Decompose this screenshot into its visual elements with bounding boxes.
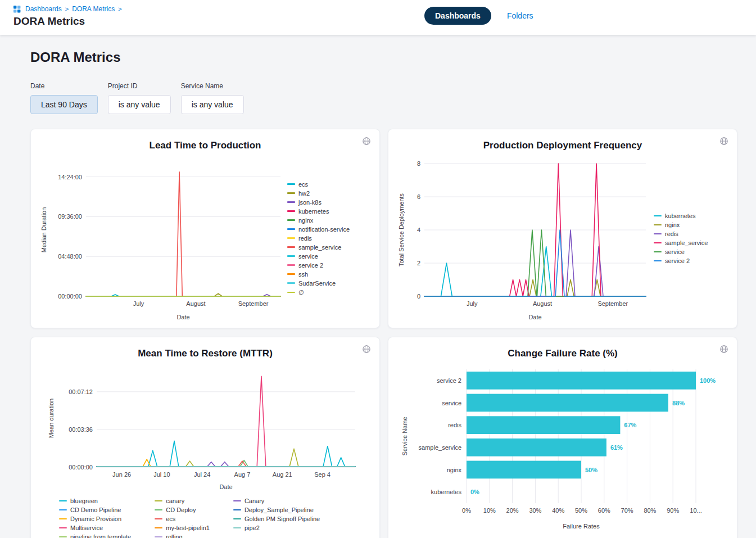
- legend-item[interactable]: ecs: [287, 181, 350, 188]
- svg-text:40%: 40%: [552, 507, 564, 514]
- legend-item[interactable]: ∅: [287, 289, 350, 296]
- legend-item[interactable]: service: [287, 253, 350, 260]
- legend-item[interactable]: Canary: [233, 498, 320, 504]
- legend-item[interactable]: redis: [654, 230, 708, 237]
- legend-item[interactable]: kubernetes: [654, 213, 708, 219]
- legend-item[interactable]: Golden PM Signoff Pipeline: [233, 516, 320, 522]
- svg-text:10...: 10...: [690, 507, 701, 514]
- legend-label: notification-service: [298, 226, 350, 233]
- filter-project-id-label: Project ID: [108, 82, 171, 90]
- legend-item[interactable]: Dynamic Provision: [59, 516, 131, 522]
- mttr-chart-plot[interactable]: 00:00:0000:03:3600:07:12Jun 26Jul 10Jul …: [47, 363, 363, 492]
- legend-label: pipe2: [245, 525, 260, 531]
- tab-dashboards[interactable]: Dashboards: [424, 7, 491, 25]
- legend-label: ecs: [298, 181, 308, 188]
- breadcrumb-link-dora-metrics[interactable]: DORA Metrics: [72, 5, 115, 13]
- legend-swatch: [287, 264, 295, 266]
- legend-item[interactable]: SudarService: [287, 280, 350, 287]
- legend-swatch: [654, 215, 662, 217]
- legend-swatch: [155, 518, 162, 520]
- legend-swatch: [287, 282, 295, 284]
- filter-service-name-label: Service Name: [181, 82, 244, 90]
- legend-item[interactable]: pipeline from template: [59, 534, 131, 538]
- legend-swatch: [287, 183, 295, 185]
- svg-text:70%: 70%: [621, 507, 633, 514]
- legend-item[interactable]: pipe2: [233, 525, 320, 531]
- svg-text:00:07:12: 00:07:12: [69, 388, 93, 395]
- legend-label: my-test-pipelin1: [166, 525, 210, 531]
- svg-text:90%: 90%: [667, 507, 679, 514]
- svg-text:Aug 21: Aug 21: [273, 471, 292, 478]
- legend-item[interactable]: Deploy_Sample_Pipeline: [233, 507, 320, 513]
- svg-text:0: 0: [417, 293, 420, 300]
- legend-swatch: [233, 527, 241, 529]
- legend-item[interactable]: ecs: [155, 516, 210, 522]
- legend-swatch: [287, 210, 295, 212]
- breadcrumb-link-dashboards[interactable]: Dashboards: [25, 5, 62, 13]
- svg-text:Date: Date: [176, 314, 189, 320]
- legend-item[interactable]: ssh: [287, 271, 350, 278]
- legend-label: service: [665, 248, 685, 255]
- svg-text:00:00:00: 00:00:00: [69, 464, 93, 471]
- svg-text:00:00:00: 00:00:00: [58, 293, 82, 300]
- svg-text:0%: 0%: [470, 489, 479, 495]
- filter-service-name: Service Name is any value: [181, 82, 244, 114]
- svg-text:Service Name: Service Name: [401, 417, 408, 455]
- change-failure-rate-chart-plot[interactable]: 0%10%20%30%40%50%60%70%80%90%10...servic…: [400, 363, 725, 531]
- legend-swatch: [155, 527, 162, 529]
- legend-item[interactable]: canary: [155, 498, 210, 504]
- svg-text:August: August: [533, 300, 552, 307]
- legend-item[interactable]: nginx: [654, 221, 708, 228]
- svg-text:service: service: [442, 400, 461, 406]
- legend-label: CD Demo Pipeline: [70, 507, 121, 513]
- tab-folders[interactable]: Folders: [507, 11, 533, 20]
- legend-item[interactable]: redis: [287, 235, 350, 242]
- legend-swatch: [59, 500, 67, 502]
- chart-title-mttr: Mean Time to Restore (MTTR): [40, 348, 370, 359]
- legend-label: Multiservice: [70, 525, 103, 531]
- legend-item[interactable]: notification-service: [287, 226, 350, 233]
- legend-item[interactable]: json-k8s: [287, 199, 350, 206]
- legend-item[interactable]: my-test-pipelin1: [155, 525, 210, 531]
- legend-label: service: [298, 253, 318, 260]
- legend-label: sample_service: [665, 239, 708, 246]
- legend-item[interactable]: bluegreen: [59, 498, 131, 504]
- deployment-frequency-legend: kubernetesnginxredissample_serviceservic…: [654, 213, 708, 264]
- breadcrumb: Dashboards > DORA Metrics >: [13, 5, 743, 13]
- svg-text:September: September: [238, 300, 269, 307]
- legend-label: bluegreen: [70, 498, 98, 504]
- filter-date-value-button[interactable]: Last 90 Days: [30, 95, 98, 114]
- svg-text:00:03:36: 00:03:36: [69, 426, 93, 433]
- deployment-frequency-chart-plot[interactable]: 02468JulyAugustSeptemberDateTotal Servic…: [397, 155, 651, 322]
- legend-label: ssh: [298, 271, 308, 278]
- legend-item[interactable]: Multiservice: [59, 525, 131, 531]
- legend-item[interactable]: rolling: [155, 534, 210, 538]
- legend-item[interactable]: CD Demo Pipeline: [59, 507, 131, 513]
- breadcrumb-separator: >: [118, 6, 121, 12]
- legend-swatch: [287, 292, 295, 293]
- legend-item[interactable]: sample_service: [654, 239, 708, 246]
- legend-item[interactable]: CD Deploy: [155, 507, 210, 513]
- svg-text:Jul 10: Jul 10: [153, 471, 170, 478]
- svg-text:2: 2: [417, 260, 420, 266]
- filter-project-id-value-button[interactable]: is any value: [108, 95, 171, 114]
- legend-item[interactable]: service 2: [654, 257, 708, 264]
- legend-item[interactable]: sample_service: [287, 244, 350, 251]
- filter-service-name-value-button[interactable]: is any value: [181, 95, 244, 114]
- svg-text:8: 8: [417, 160, 420, 167]
- lead-time-chart-plot[interactable]: 00:00:0004:48:0009:36:0014:24:00JulyAugu…: [40, 155, 285, 322]
- svg-text:04:48:00: 04:48:00: [58, 253, 82, 260]
- svg-text:kubernetes: kubernetes: [431, 489, 462, 495]
- legend-swatch: [287, 219, 295, 221]
- dashboards-grid-icon: [13, 6, 21, 13]
- legend-item[interactable]: service 2: [287, 262, 350, 269]
- legend-swatch: [654, 251, 662, 253]
- legend-item[interactable]: hw2: [287, 190, 350, 197]
- legend-item[interactable]: nginx: [287, 217, 350, 224]
- legend-item[interactable]: service: [654, 248, 708, 255]
- dashboard-content: DORA Metrics Date Last 90 Days Project I…: [0, 35, 756, 538]
- legend-label: service 2: [665, 257, 690, 264]
- filters-bar: Date Last 90 Days Project ID is any valu…: [30, 82, 737, 114]
- legend-swatch: [155, 536, 162, 538]
- legend-item[interactable]: kubernetes: [287, 208, 350, 215]
